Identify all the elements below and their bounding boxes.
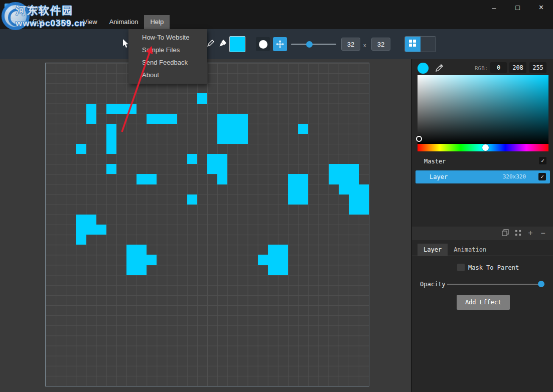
menu-tools[interactable]: Tools: [50, 15, 77, 29]
pixel-cell[interactable]: [298, 184, 308, 194]
circle-tool-button[interactable]: [256, 37, 270, 51]
pixel-cell[interactable]: [187, 154, 197, 164]
add-effect-button[interactable]: Add Effect: [457, 295, 510, 310]
grid-on-button[interactable]: [405, 37, 421, 52]
brush-tool-button[interactable]: [217, 38, 228, 49]
pixel-cell[interactable]: [268, 245, 278, 255]
red-value-field[interactable]: 0: [490, 62, 507, 73]
pixel-cell[interactable]: [227, 114, 237, 124]
pixel-cell[interactable]: [349, 194, 359, 205]
pixel-cell[interactable]: [106, 164, 116, 174]
layer-row-selected[interactable]: Layer 320x320 ✓: [416, 170, 550, 183]
pixel-cell[interactable]: [126, 104, 136, 114]
pixel-cell[interactable]: [237, 134, 247, 144]
pixel-cell[interactable]: [96, 225, 106, 235]
minimize-button[interactable]: –: [482, 0, 506, 15]
pixel-cell[interactable]: [197, 93, 207, 103]
pixel-cell[interactable]: [258, 255, 268, 265]
brush-size-slider[interactable]: [291, 41, 336, 48]
pixel-cell[interactable]: [298, 124, 308, 134]
pixel-cell[interactable]: [217, 164, 227, 174]
pixel-cell[interactable]: [339, 184, 349, 194]
pixel-cell[interactable]: [359, 205, 369, 215]
pixel-cell[interactable]: [349, 205, 359, 215]
pixel-cell[interactable]: [288, 184, 298, 194]
pixel-cell[interactable]: [157, 114, 167, 124]
maximize-button[interactable]: □: [506, 0, 529, 15]
pixel-cell[interactable]: [278, 255, 288, 265]
pixel-cell[interactable]: [217, 114, 227, 124]
pixel-cell[interactable]: [136, 265, 147, 275]
blue-value-field[interactable]: 255: [529, 62, 546, 73]
pixel-cell[interactable]: [136, 245, 147, 255]
green-value-field[interactable]: 208: [509, 62, 526, 73]
opacity-handle[interactable]: [538, 281, 544, 287]
pixel-cell[interactable]: [147, 114, 157, 124]
pixel-cell[interactable]: [227, 134, 237, 144]
grid-off-button[interactable]: [421, 37, 436, 52]
menu-animation[interactable]: Animation: [103, 15, 145, 29]
pixel-cell[interactable]: [136, 255, 147, 265]
canvas-height-input[interactable]: 32: [371, 38, 390, 51]
pixel-cell[interactable]: [288, 194, 298, 205]
pixel-cell[interactable]: [86, 104, 96, 114]
pixel-cell[interactable]: [207, 164, 217, 174]
duplicate-layer-button[interactable]: [501, 230, 509, 238]
pixel-cell[interactable]: [339, 164, 349, 174]
pixel-cell[interactable]: [298, 174, 308, 184]
pixel-cell[interactable]: [268, 255, 278, 265]
pixel-cell[interactable]: [207, 154, 217, 164]
pixel-cell[interactable]: [167, 114, 177, 124]
menu-file[interactable]: File: [4, 15, 27, 29]
menu-item-howto-website[interactable]: How-To Website: [128, 31, 207, 44]
pixel-cell[interactable]: [86, 114, 96, 124]
pixel-cell[interactable]: [288, 174, 298, 184]
remove-layer-button[interactable]: −: [539, 230, 547, 238]
pixel-cell[interactable]: [217, 174, 227, 184]
sv-cursor[interactable]: [416, 136, 422, 142]
hue-handle[interactable]: [482, 144, 489, 151]
move-tool-button[interactable]: [273, 37, 287, 51]
pixel-cell[interactable]: [217, 134, 227, 144]
pixel-cell[interactable]: [106, 124, 116, 134]
pixel-cell[interactable]: [76, 225, 86, 235]
menu-item-send-feedback[interactable]: Send Feedback: [128, 56, 207, 69]
tab-animation[interactable]: Animation: [448, 244, 492, 256]
pixel-cell[interactable]: [349, 174, 359, 184]
active-color-swatch[interactable]: [229, 36, 245, 52]
current-color-circle[interactable]: [418, 63, 429, 74]
menu-view[interactable]: View: [77, 15, 103, 29]
menu-edit[interactable]: Edit: [27, 15, 50, 29]
pixel-cell[interactable]: [268, 265, 278, 275]
pixel-cell[interactable]: [126, 255, 136, 265]
pixel-cell[interactable]: [126, 245, 136, 255]
layer-visibility-checkbox[interactable]: ✓: [538, 173, 546, 180]
master-visibility-checkbox[interactable]: ✓: [539, 157, 546, 164]
pixel-cell[interactable]: [278, 265, 288, 275]
pixel-cell[interactable]: [227, 124, 237, 134]
pixel-cell[interactable]: [76, 215, 86, 225]
pixel-cell[interactable]: [349, 164, 359, 174]
saturation-brightness-picker[interactable]: [418, 75, 548, 144]
pixel-cell[interactable]: [278, 245, 288, 255]
menu-item-sample-files[interactable]: Sample Files: [128, 44, 207, 56]
pixel-cell[interactable]: [359, 184, 369, 194]
pixel-cell[interactable]: [237, 114, 247, 124]
pixel-cell[interactable]: [349, 184, 359, 194]
close-button[interactable]: ×: [529, 0, 553, 15]
pixel-cell[interactable]: [329, 174, 339, 184]
hue-slider[interactable]: [418, 144, 548, 151]
pixel-cell[interactable]: [116, 104, 126, 114]
pixel-cell[interactable]: [187, 194, 197, 205]
pixel-cell[interactable]: [126, 265, 136, 275]
pixel-cell[interactable]: [106, 144, 116, 154]
pixel-cell[interactable]: [76, 235, 86, 245]
pixel-cell[interactable]: [339, 174, 349, 184]
pixel-cell[interactable]: [217, 154, 227, 164]
eyedropper-button[interactable]: [435, 64, 444, 74]
opacity-slider[interactable]: [447, 280, 547, 288]
pixel-cell[interactable]: [106, 134, 116, 144]
pixel-cell[interactable]: [237, 124, 247, 134]
pixel-cell[interactable]: [76, 144, 86, 154]
pixel-cell[interactable]: [298, 194, 308, 205]
